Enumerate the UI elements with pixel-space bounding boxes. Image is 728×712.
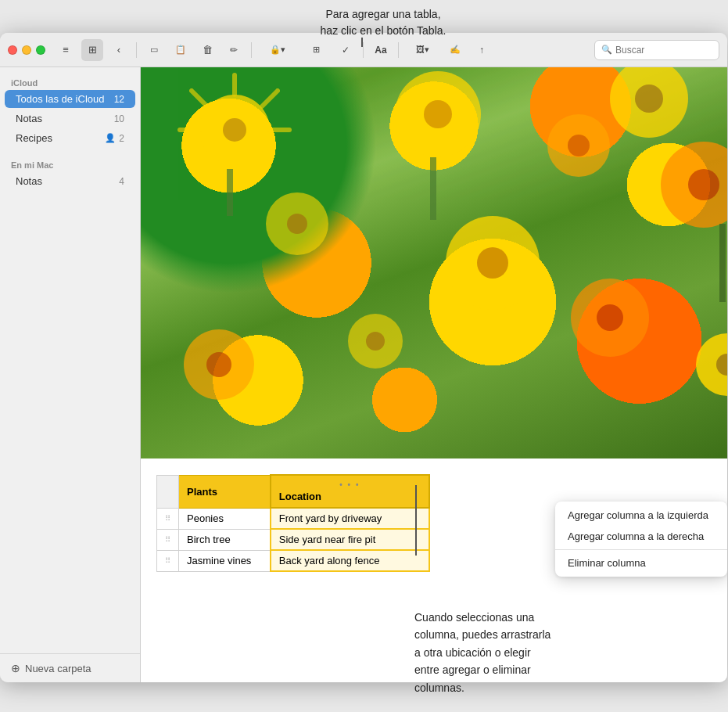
col-plants-header[interactable]: Plants: [179, 475, 271, 508]
maximize-button[interactable]: [36, 45, 45, 55]
grid-view-button[interactable]: ⊞: [81, 39, 103, 61]
sidebar-item-recipes[interactable]: Recipes 👤 2: [5, 129, 135, 147]
new-folder-label: Nueva carpeta: [25, 663, 91, 674]
location-cell-2: Side yard near fire pit: [271, 529, 429, 550]
flower-image: [141, 67, 727, 458]
svg-point-13: [477, 247, 508, 279]
mac-section-header: En mi Mac: [0, 156, 140, 171]
sidebar-toggle-button[interactable]: ▭: [143, 39, 165, 61]
location-cell-1: Front yard by driveway: [271, 508, 429, 529]
new-folder-button[interactable]: ⊕ Nueva carpeta: [0, 653, 140, 682]
format-button[interactable]: Aa: [370, 39, 392, 61]
svg-point-19: [597, 304, 623, 331]
sidebar-item-mac-notes-label: Notas: [16, 175, 119, 187]
minimize-button[interactable]: [22, 45, 31, 55]
format-text-icon: Aa: [375, 45, 386, 56]
edit-icon: ✏: [230, 45, 238, 56]
new-note-button[interactable]: 📋: [170, 39, 192, 61]
traffic-lights: [8, 45, 45, 55]
sidebar-item-mac-notes[interactable]: Notas 4: [5, 172, 135, 190]
search-input[interactable]: [615, 45, 709, 56]
row-handle-1[interactable]: ⠿: [157, 508, 179, 529]
search-box[interactable]: 🔍: [594, 40, 719, 60]
search-icon: 🔍: [601, 45, 612, 55]
location-cell-3: Back yard along fence: [271, 550, 429, 571]
image-icon: 🖼▾: [416, 45, 429, 55]
svg-point-3: [424, 100, 452, 128]
plus-icon: ⊕: [11, 662, 20, 674]
toolbar-separator-3: [363, 42, 364, 58]
share-icon: ↑: [479, 45, 484, 56]
share-button[interactable]: ↑: [471, 39, 493, 61]
handwriting-icon: ✍: [450, 45, 461, 55]
svg-point-9: [688, 169, 719, 200]
main-window: ≡ ⊞ ‹ ▭ 📋 🗑 ✏ 🔒▾ ⊞ ✓: [0, 33, 727, 682]
sidebar-item-recipes-count: 2: [119, 133, 124, 144]
sidebar-item-notes-label: Notas: [16, 113, 114, 124]
table-button[interactable]: ⊞: [302, 39, 330, 61]
person-icon: 👤: [105, 133, 116, 143]
table-icon: ⊞: [313, 45, 320, 55]
main-content: iCloud Todos las de iCloud 12 Notas 10 R…: [0, 67, 727, 682]
annotation-line-top: [361, 38, 363, 47]
table-row: ⠿ Birch tree Side yard near fire pit: [157, 529, 430, 550]
sidebar: iCloud Todos las de iCloud 12 Notas 10 R…: [0, 67, 141, 682]
lock-icon: 🔒▾: [270, 45, 285, 55]
column-context-menu: Agregar columna a la izquierda Agregar c…: [555, 502, 727, 577]
annotation-top: Para agregar una tabla, haz clic en el b…: [266, 0, 500, 39]
svg-point-17: [366, 332, 385, 351]
sidebar-item-notes[interactable]: Notas 10: [5, 110, 135, 128]
list-view-icon: ≡: [63, 44, 69, 56]
context-menu-separator: [555, 549, 727, 550]
handwriting-button[interactable]: ✍: [444, 39, 466, 61]
add-col-right-menu-item[interactable]: Agregar columna a la derecha: [555, 526, 727, 547]
note-area: Plants • • • Location ⠿ Peonies Front ya…: [141, 67, 727, 682]
delete-col-menu-item[interactable]: Eliminar columna: [555, 552, 727, 574]
svg-point-15: [206, 352, 231, 377]
sidebar-spacer: [0, 191, 140, 653]
svg-point-11: [287, 214, 307, 234]
sidebar-toggle-icon: ▭: [150, 45, 158, 55]
table-row: ⠿ Peonies Front yard by driveway: [157, 508, 430, 529]
edit-button[interactable]: ✏: [223, 39, 245, 61]
annotation-bottom: Cuando seleccionas una columna, puedes a…: [414, 609, 680, 696]
plant-cell-3: Jasmine vines: [179, 550, 271, 571]
annotation-bottom-text: Cuando seleccionas una columna, puedes a…: [414, 611, 550, 694]
grid-view-icon: ⊞: [88, 44, 97, 56]
row-handle-3[interactable]: ⠿: [157, 550, 179, 571]
row-handle-2[interactable]: ⠿: [157, 529, 179, 550]
plant-cell-1: Peonies: [179, 508, 271, 529]
list-view-button[interactable]: ≡: [55, 39, 77, 61]
sidebar-item-recipes-label: Recipes: [16, 132, 105, 144]
delete-icon: 🗑: [203, 44, 213, 56]
svg-rect-28: [430, 157, 436, 220]
col-location-header[interactable]: • • • Location: [271, 475, 429, 508]
delete-button[interactable]: 🗑: [196, 39, 218, 61]
add-col-left-menu-item[interactable]: Agregar columna a la izquierda: [555, 505, 727, 526]
col-location-label: Location: [279, 491, 321, 502]
svg-rect-29: [719, 224, 726, 302]
annotation-line-bottom: [415, 485, 417, 556]
col-drag-handle: • • •: [279, 480, 421, 489]
sidebar-item-all-icloud-label: Todos las de iCloud: [16, 93, 114, 105]
checklist-button[interactable]: ✓: [335, 39, 357, 61]
lock-button[interactable]: 🔒▾: [258, 39, 297, 61]
svg-line-23: [262, 91, 278, 106]
back-button[interactable]: ‹: [108, 39, 130, 61]
sidebar-item-notes-count: 10: [114, 113, 124, 124]
annotation-top-text: Para agregar una tabla, haz clic en el b…: [321, 8, 446, 37]
image-button[interactable]: 🖼▾: [405, 39, 439, 61]
close-button[interactable]: [8, 45, 17, 55]
toolbar-separator-2: [251, 42, 252, 58]
back-icon: ‹: [117, 44, 120, 56]
sidebar-item-mac-notes-count: 4: [119, 176, 124, 187]
table-row: ⠿ Jasmine vines Back yard along fence: [157, 550, 430, 571]
flower-svg: [141, 67, 727, 458]
svg-point-1: [223, 118, 246, 142]
icloud-section-header: iCloud: [0, 74, 140, 89]
svg-point-5: [568, 135, 590, 156]
sidebar-item-all-icloud[interactable]: Todos las de iCloud 12: [5, 90, 135, 108]
plant-cell-2: Birch tree: [179, 529, 271, 550]
svg-rect-27: [227, 169, 233, 216]
svg-line-25: [192, 91, 207, 106]
